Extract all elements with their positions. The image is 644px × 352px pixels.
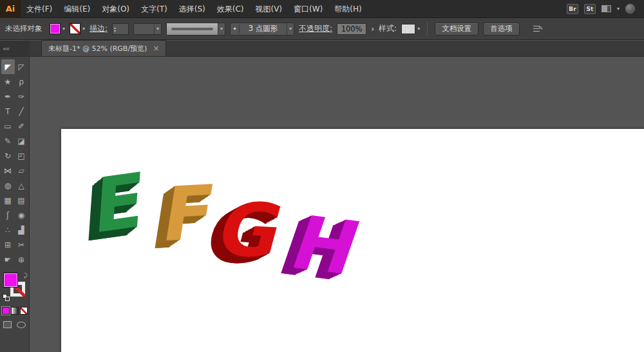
panel-collapse-button[interactable]: «« (0, 41, 30, 56)
zoom-icon: ⊕ (18, 255, 24, 264)
rotate-tool[interactable]: ↻ (1, 148, 15, 163)
gradient-mode-button[interactable] (11, 307, 19, 315)
style-picker[interactable]: ▾ (401, 24, 420, 34)
scale-tool[interactable]: ◰ (15, 148, 28, 163)
free-transform-tool[interactable]: ▱ (15, 163, 28, 178)
eraser-icon: ◪ (17, 137, 24, 146)
lasso-tool[interactable]: ρ (15, 74, 28, 89)
shape-builder-tool[interactable]: ◍ (1, 178, 15, 193)
menu-object[interactable]: 对象(O) (96, 0, 135, 18)
panel-arrow-icon[interactable]: › (371, 24, 374, 34)
eraser-tool[interactable]: ◪ (15, 133, 28, 148)
opacity-input[interactable]: 100% (337, 23, 366, 35)
control-panel-menu-icon[interactable]: ✎ (533, 25, 542, 33)
line-segment-tool[interactable]: ╱ (15, 104, 28, 119)
menu-help[interactable]: 帮助(H) (328, 0, 367, 18)
selection-tool[interactable]: ◤ (1, 59, 15, 74)
stroke-weight-label[interactable]: 描边: (90, 23, 108, 34)
pen-tool[interactable]: ✒ (1, 89, 15, 104)
draw-mode-icon[interactable] (3, 321, 12, 328)
fill-color-picker[interactable]: ▾ (50, 23, 65, 34)
type-tool[interactable]: T (1, 104, 15, 119)
document-setup-button[interactable]: 文档设置 (435, 23, 478, 35)
shape-builder-icon: ◍ (5, 181, 11, 190)
width-tool[interactable]: ⋈ (1, 163, 15, 178)
chevron-down-icon: ▾ (287, 23, 294, 35)
document-tab[interactable]: 未标题-1* @ 52% (RGB/预览) × (41, 40, 166, 56)
pencil-icon: ✎ (5, 137, 11, 146)
menu-view[interactable]: 视图(V) (249, 0, 288, 18)
artwork-letter-h[interactable]: H (283, 206, 369, 286)
opacity-label[interactable]: 不透明度: (299, 23, 332, 34)
column-graph-tool[interactable]: ▟ (15, 222, 28, 237)
fill-swatch[interactable] (3, 273, 18, 288)
default-colors-icon[interactable] (3, 294, 10, 301)
color-mode-button[interactable] (2, 307, 10, 315)
chevron-down-icon: ▾ (417, 26, 420, 32)
chevron-down-icon: ▾ (218, 23, 225, 35)
menubar-items: 文件(F)编辑(E)对象(O)文字(T)选择(S)效果(C)视图(V)窗口(W)… (21, 0, 368, 17)
scale-icon: ◰ (17, 152, 24, 161)
menu-type[interactable]: 文字(T) (135, 0, 173, 18)
menu-select[interactable]: 选择(S) (173, 0, 211, 18)
opacity-value: 100% (341, 24, 363, 34)
mesh-icon: ▦ (4, 196, 11, 205)
slice-tool[interactable]: ✂ (15, 237, 28, 252)
stroke-profile-preview-icon (171, 28, 213, 30)
stock-icon[interactable]: St (584, 4, 596, 14)
toolbar-tools: ◤◸★ρ✒✑T╱▭✐✎◪↻◰⋈▱◍△▦▤ʃ◉∴▟⊞✂☛⊕ (1, 59, 28, 267)
preferences-button[interactable]: 首选项 (483, 23, 520, 35)
blend-tool[interactable]: ◉ (15, 208, 28, 222)
rectangle-tool[interactable]: ▭ (1, 119, 15, 133)
screen-mode-icon[interactable] (17, 322, 26, 328)
rotate-icon: ↻ (5, 152, 11, 161)
menu-effect[interactable]: 效果(C) (211, 0, 250, 18)
brush-definition-select[interactable]: • 3 点圆形 ▾ (230, 23, 294, 35)
gradient-icon: ▤ (17, 196, 24, 205)
direct-selection-tool[interactable]: ◸ (15, 59, 28, 74)
illustrator-logo-icon: Ai (0, 0, 21, 18)
hand-tool[interactable]: ☛ (1, 252, 15, 267)
chevron-down-icon: ▾ (62, 26, 65, 32)
zoom-tool[interactable]: ⊕ (15, 252, 28, 267)
blend-icon: ◉ (18, 211, 24, 220)
magic-wand-icon: ★ (5, 77, 12, 86)
paintbrush-tool[interactable]: ✐ (15, 119, 28, 133)
menu-edit[interactable]: 编辑(E) (58, 0, 96, 18)
width-profile-select[interactable]: ▾ (166, 23, 225, 35)
artwork-letter-f[interactable]: F (158, 175, 220, 252)
chevron-down-icon[interactable]: ▾ (617, 6, 620, 12)
canvas-area[interactable]: EFGH (30, 57, 644, 352)
perspective-grid-tool[interactable]: △ (15, 178, 28, 193)
tab-close-icon[interactable]: × (153, 44, 159, 53)
symbol-sprayer-tool[interactable]: ∴ (1, 222, 15, 237)
gradient-tool[interactable]: ▤ (15, 193, 28, 208)
stroke-weight-select[interactable]: ▾ (133, 23, 162, 35)
stroke-none-swatch (70, 23, 80, 34)
stroke-color-picker[interactable]: ▾ (70, 23, 85, 34)
eyedropper-tool[interactable]: ʃ (1, 208, 15, 222)
chevron-down-icon: ▾ (154, 24, 161, 34)
cs-live-icon[interactable] (625, 4, 635, 14)
line-segment-icon: ╱ (19, 107, 23, 116)
artboard-tool[interactable]: ⊞ (1, 237, 15, 252)
mesh-tool[interactable]: ▦ (1, 193, 15, 208)
artwork-letter-g[interactable]: G (211, 192, 291, 269)
document-tab-title: 未标题-1* @ 52% (RGB/预览) (48, 44, 147, 54)
bridge-icon[interactable]: Br (567, 4, 578, 14)
chevron-down-icon: ▾ (82, 26, 85, 32)
menubar-right: Br St ▾ (567, 4, 644, 14)
curvature-tool[interactable]: ✑ (15, 89, 28, 104)
style-label: 样式: (379, 23, 397, 34)
menu-window[interactable]: 窗口(W) (288, 0, 328, 18)
pencil-tool[interactable]: ✎ (1, 133, 15, 148)
magic-wand-tool[interactable]: ★ (1, 74, 15, 89)
menu-file[interactable]: 文件(F) (21, 0, 58, 18)
swap-colors-icon[interactable]: ⤸ (24, 272, 27, 279)
workspace-switcher-icon[interactable] (601, 5, 611, 12)
none-mode-button[interactable] (20, 307, 28, 315)
hand-icon: ☛ (5, 255, 12, 264)
stroke-weight-stepper[interactable]: ▴▾ (112, 23, 129, 35)
artwork-letter-e[interactable]: E (91, 162, 147, 244)
direct-selection-icon: ◸ (18, 63, 24, 72)
